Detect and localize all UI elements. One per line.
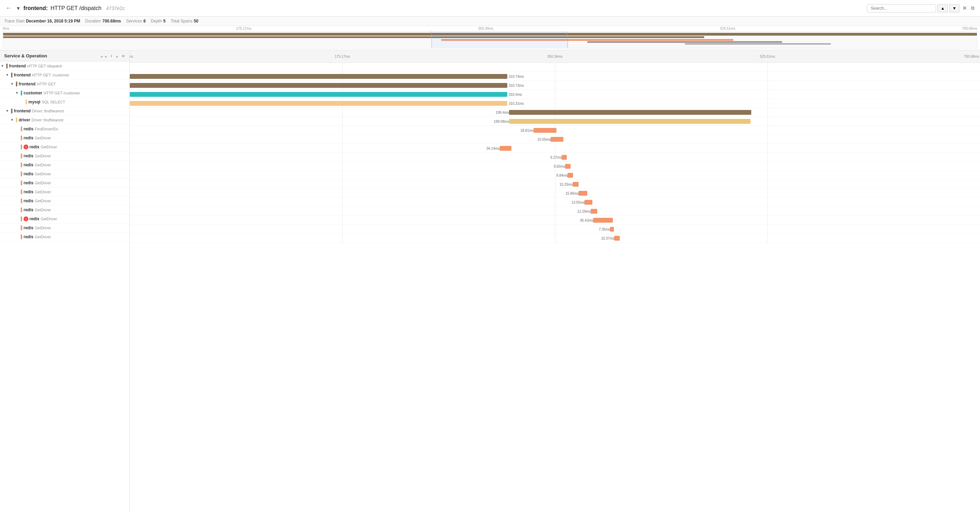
span-duration-label: 310.73ms [509,83,524,87]
back-button[interactable]: ← [4,5,13,12]
tick-2: 350.34ms [478,27,493,30]
trace-service: frontend: [24,5,48,11]
right-panel: 0ms 175.17ms 350.34ms 525.51ms 700.68ms … [130,50,980,512]
expand-next-button[interactable]: › [110,53,113,59]
timeline-row[interactable]: 18.81ms [130,126,980,135]
nav-up-button[interactable]: ▲ [937,4,948,13]
external-link-button[interactable]: ⧉ [970,5,976,11]
timeline-row[interactable]: 310.31ms [130,99,980,108]
close-button[interactable]: ✕ [961,5,968,11]
tree-toggle[interactable]: ▼ [10,118,14,122]
op-name: GetDriver [35,181,51,185]
span-duration-label: 10.55ms [538,137,550,141]
span-bar [610,227,614,232]
span-bar [500,146,511,151]
span-duration-label: 199.08ms [494,119,509,123]
span-bar [130,101,507,106]
op-name: GetDriver [35,172,51,176]
timeline-row[interactable]: 310.73ms [130,81,980,90]
grid-line [555,225,555,233]
grid-line [342,126,343,135]
tree-row[interactable]: redis GetDriver [0,133,129,143]
service-name: redis [24,189,33,194]
tree-row[interactable]: ! redis GetDriver [0,143,129,151]
timeline-row[interactable]: 310.4ms [130,90,980,99]
timeline-row[interactable]: 9.27ms [130,153,980,162]
service-name: frontend [19,82,36,86]
search-input[interactable] [867,4,936,13]
trace-hash: 4737e2c [106,6,125,11]
total-spans-value: 50 [194,19,198,24]
tree-row[interactable]: ▼ frontend HTTP GET: /customer [0,71,129,79]
expand-one-button[interactable]: ⌄ [114,53,120,59]
tree-container[interactable]: ▼ frontend HTTP GET /dispatch ▼ frontend… [0,62,129,512]
tree-row[interactable]: ! redis GetDriver [0,214,129,223]
tree-toggle[interactable]: ▼ [10,82,14,86]
span-bar [130,92,507,97]
tree-row[interactable]: redis GetDriver [0,205,129,214]
tree-row[interactable]: redis GetDriver [0,160,129,170]
grid-line [342,162,343,170]
timeline-row[interactable]: 12.29ms [130,207,980,216]
timeline-row[interactable]: 9.83ms [130,162,980,171]
tree-row[interactable]: mysql SQL SELECT [0,97,129,106]
tree-row[interactable]: redis FindDriverIDs [0,124,129,133]
service-color-bar [21,235,22,239]
grid-line [555,171,555,179]
tree-toggle[interactable]: ▼ [5,73,10,77]
timeline-row[interactable]: 199.4ms [130,108,980,117]
mini-selection [431,32,568,48]
op-name: GetDriver [35,154,51,158]
grid-line [555,189,555,197]
tree-row[interactable]: ▼ customer HTTP GET /customer [0,89,129,97]
tree-row[interactable]: ▼ driver Driver::findNearest [0,116,129,124]
services-label: Services [126,19,142,24]
service-name: frontend [14,73,31,78]
tree-row[interactable]: ▼ frontend HTTP GET [0,79,129,89]
timeline-row[interactable]: 13.55ms [130,198,980,207]
timeline-row[interactable]: 199.08ms [130,117,980,126]
tree-row[interactable]: redis GetDriver [0,223,129,232]
tree-row[interactable]: redis GetDriver [0,232,129,241]
tree-toggle[interactable]: ▼ [14,91,19,95]
timeline-row[interactable]: 310.74ms [130,72,980,81]
tree-row[interactable]: redis GetDriver [0,187,129,197]
timeline-rows[interactable]: 310.74ms310.73ms310.4ms310.31ms199.4ms19… [130,63,980,512]
grid-line [342,225,343,233]
collapse-all-button[interactable]: ⌄⌄ [99,53,109,59]
timeline-row[interactable]: 9.84ms [130,171,980,180]
timeline-row[interactable]: 7.35ms [130,225,980,234]
tree-row[interactable]: redis GetDriver [0,197,129,205]
tree-row[interactable]: redis GetDriver [0,170,129,178]
nav-down-button[interactable]: ▼ [949,4,959,13]
service-color-bar [11,73,13,78]
timeline-row[interactable] [130,63,980,72]
service-color-bar [21,208,22,212]
timeline-row[interactable]: 10.25ms [130,180,980,189]
expand-all-button[interactable]: » [121,53,125,59]
tree-toggle[interactable]: ▼ [0,64,5,68]
timeline-row[interactable]: 34.14ms [130,144,980,153]
service-name: redis [24,208,33,212]
total-spans-label: Total Spans [170,19,192,24]
service-name: frontend [9,63,26,68]
tree-row[interactable]: redis GetDriver [0,151,129,160]
timeline-row[interactable]: 10.37ms [130,234,980,243]
tree-row[interactable]: redis GetDriver [0,178,129,187]
timeline-row[interactable]: 15.86ms [130,189,980,198]
grid-line [342,144,343,152]
span-duration-label: 310.74ms [509,75,524,78]
service-name: redis [24,181,33,185]
mini-timeline-canvas[interactable] [3,31,977,48]
timeline-row[interactable]: 36.42ms [130,216,980,225]
grid-line [342,198,343,206]
span-bar [534,128,557,133]
span-duration-label: 9.84ms [557,173,568,177]
timeline-row[interactable]: 10.55ms [130,135,980,144]
service-color-bar [21,171,22,176]
tree-toggle[interactable]: ▼ [5,109,10,113]
tree-row[interactable]: ▼ frontend HTTP GET /dispatch [0,62,129,71]
span-bar [614,236,620,241]
service-name: redis [24,154,33,159]
tree-row[interactable]: ▼ frontend Driver::findNearest [0,106,129,116]
